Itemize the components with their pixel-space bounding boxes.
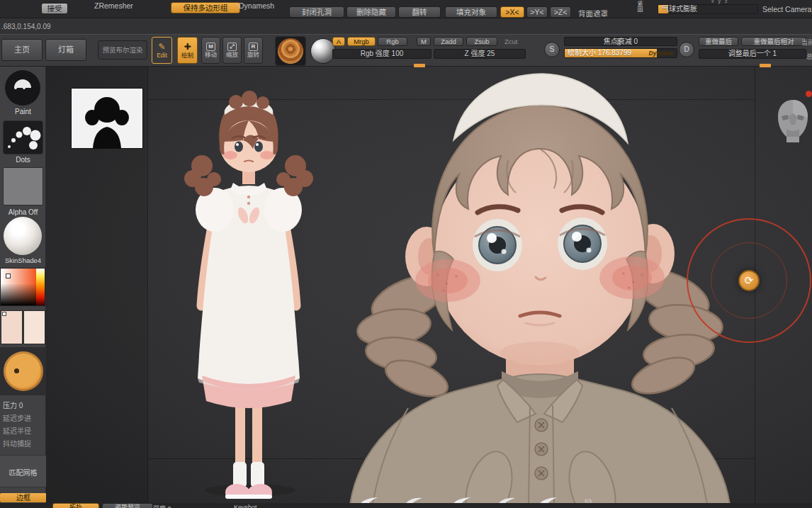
pose-preview-tab[interactable]: 姿势预览: [102, 503, 153, 508]
brush-name-label: Paint: [0, 108, 46, 115]
edge-total-label: 总: [806, 52, 812, 61]
redo-last-relative-button[interactable]: 重做最后相对: [741, 37, 806, 46]
symmetry-z-button[interactable]: >Z<: [550, 6, 571, 18]
dots-stroke-icon: [4, 121, 43, 154]
secondary-color-swatch[interactable]: [23, 310, 45, 344]
color-picker-marker[interactable]: [6, 273, 11, 278]
swatch-marker: [2, 312, 6, 316]
polymesh-head-icon[interactable]: [774, 98, 811, 143]
reference-thumbnail[interactable]: [71, 88, 143, 149]
texture-slot[interactable]: [275, 36, 306, 66]
divider-handle-left[interactable]: [414, 64, 425, 67]
lazy-radius-label[interactable]: 延迟半径: [3, 425, 31, 436]
keep-polygroups-button[interactable]: 保持多边形组: [171, 2, 240, 13]
m-toggle-button[interactable]: M: [417, 37, 431, 46]
bottom-bar: 拓扑 姿势预览 强度 0 Keyshot: [0, 503, 812, 508]
rotate-arrow-icon: ⟳: [745, 274, 754, 286]
match-grid-label: 匹配网格: [0, 467, 46, 478]
move-icon: M: [206, 43, 215, 51]
brush-preview[interactable]: [4, 69, 41, 106]
fill-object-button[interactable]: 填充对象: [445, 6, 497, 18]
z-intensity-label: Z 强度 25: [434, 50, 525, 58]
navigation-dot[interactable]: [806, 91, 812, 97]
stroke-preview[interactable]: [3, 120, 43, 154]
silhouette-mask-icon: [72, 89, 142, 148]
draw-label: 绘制: [181, 52, 193, 59]
move-mode-button[interactable]: M 移动: [201, 37, 220, 64]
primary-color-swatch[interactable]: [1, 310, 23, 344]
topology-tab[interactable]: 拓扑: [52, 503, 99, 508]
axes-label: x y z: [711, 0, 728, 4]
brush-falloff-circle-icon: [4, 351, 43, 391]
rgb-button[interactable]: Rgb: [378, 37, 407, 46]
scale-label: 缩放: [226, 52, 238, 58]
delete-hidden-button[interactable]: 删除隐藏: [346, 6, 396, 18]
material-sphere[interactable]: [4, 217, 42, 255]
draw-size-slider[interactable]: 绘制大小 176.83799 Dynamic: [564, 48, 677, 58]
preview-boolean-button[interactable]: 预览布尔渲染: [98, 40, 147, 60]
accept-button[interactable]: 接受: [41, 3, 68, 14]
symmetry-y-button[interactable]: >Y<: [526, 6, 548, 18]
brush-tray-icon[interactable]: [358, 497, 379, 503]
brush-tray-icon[interactable]: [537, 497, 558, 503]
status-strip: .683,0.154,0.09: [0, 18, 812, 34]
backface-mask-label[interactable]: 背面遮罩: [578, 8, 608, 18]
lightbox-button[interactable]: 灯箱: [45, 39, 86, 61]
dynamesh-label[interactable]: Dynamesh: [239, 1, 274, 10]
focal-falloff-slider[interactable]: 焦点衰减 0: [564, 37, 677, 46]
sculpt-model[interactable]: [340, 67, 737, 503]
brush-tray-icon[interactable]: [402, 496, 424, 503]
sculpt-viewport[interactable]: ⟳ 53: [46, 67, 812, 503]
material-name-label: SkinShade4: [0, 256, 46, 264]
flip-button[interactable]: 翻转: [398, 6, 441, 18]
dynamic-badge[interactable]: D: [679, 42, 694, 57]
zadd-button[interactable]: Zadd: [434, 37, 463, 46]
dynamic-label: Dynamic: [649, 50, 674, 57]
zbrush-app-window: 接受 ZRemesher 保持多边形组 Dynamesh 封闭孔洞 删除隐藏 翻…: [0, 0, 812, 508]
pencil-icon: ✎: [158, 43, 165, 52]
redo-last-button[interactable]: 重做最后: [699, 37, 738, 46]
select-camera-label[interactable]: Select Camera: [762, 5, 811, 13]
z-intensity-slider[interactable]: Z 强度 25: [434, 49, 526, 59]
pin-label[interactable]: 紧固: [636, 1, 643, 18]
close-holes-button[interactable]: 封闭孔洞: [289, 6, 344, 18]
home-button[interactable]: 主页: [1, 39, 43, 61]
brush-tray-icon[interactable]: [495, 496, 517, 503]
lazy-step-label[interactable]: 延迟步进: [3, 412, 31, 423]
jitter-label[interactable]: 抖动捕捉: [3, 438, 31, 448]
texture-sphere-icon: [277, 38, 304, 64]
zsub-button[interactable]: Zsub: [466, 37, 497, 46]
rotate-icon: R: [249, 43, 258, 51]
zremesher-label[interactable]: ZRemesher: [94, 1, 133, 10]
sculptris-badge[interactable]: S: [544, 42, 560, 57]
symmetry-x-button[interactable]: >X<: [500, 6, 524, 18]
draw-crosshair-icon: ✚: [184, 43, 191, 52]
brush-tray-icon[interactable]: [451, 497, 472, 503]
top-menu-bar: 接受 ZRemesher 保持多边形组 Dynamesh 封闭孔洞 删除隐藏 翻…: [0, 0, 812, 18]
adjust-last-slider[interactable]: 调整最后一个 1: [699, 49, 806, 59]
edit-button[interactable]: ✎ Edit: [152, 37, 172, 64]
divider-handle-right[interactable]: [760, 64, 771, 67]
balloon-inflate-slider[interactable]: 气球式膨胀: [658, 4, 758, 14]
rgb-intensity-slider[interactable]: Rgb 强度 100: [332, 49, 432, 59]
frame-tab[interactable]: 边框: [0, 493, 47, 502]
match-grid-panel[interactable]: 匹配网格: [0, 455, 46, 487]
color-picker[interactable]: [0, 268, 45, 306]
brush-count-label: 53: [585, 498, 592, 503]
rotate-gizmo-button[interactable]: ⟳: [738, 270, 760, 291]
hue-strip[interactable]: [36, 269, 45, 305]
zcut-label[interactable]: Zcut: [504, 38, 517, 45]
rotate-mode-button[interactable]: R 旋转: [244, 37, 263, 64]
left-tool-palette: Paint Dots Alpha Off SkinShade4 压: [0, 67, 46, 503]
draw-mode-button[interactable]: ✚ 绘制: [177, 37, 198, 64]
brush-falloff-panel[interactable]: [0, 347, 46, 395]
alpha-preview[interactable]: [3, 167, 43, 205]
reference-character-illustration: [152, 75, 345, 500]
pressure-label[interactable]: 压力 0: [3, 400, 23, 410]
document-left-edge: [147, 67, 148, 503]
adjust-last-label: 调整最后一个 1: [699, 50, 806, 58]
mrgb-button[interactable]: Mrgb: [347, 37, 376, 46]
scale-mode-button[interactable]: ⤢ 缩放: [222, 37, 242, 64]
keyshot-label[interactable]: Keyshot: [234, 504, 257, 508]
a-toggle-button[interactable]: A: [332, 37, 345, 46]
